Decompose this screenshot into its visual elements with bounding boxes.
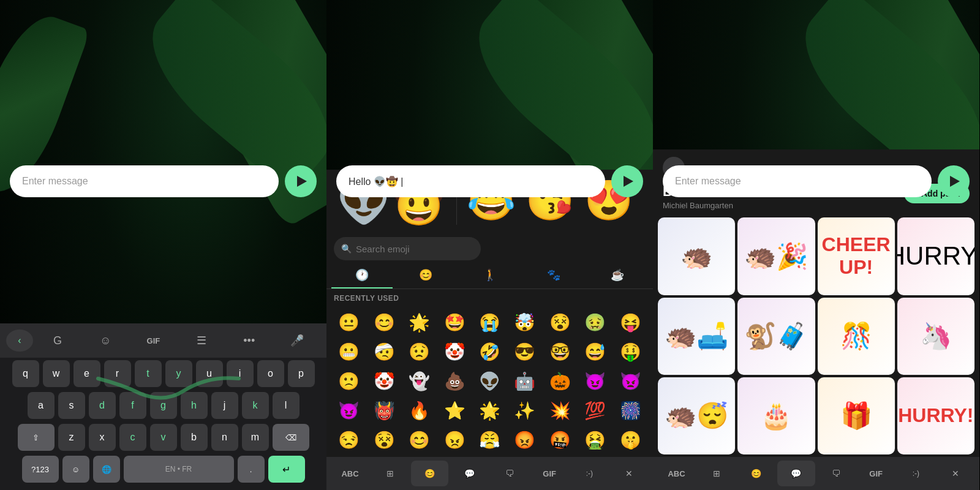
emoji-cell[interactable]: 🤓 — [543, 337, 578, 366]
key-b[interactable]: b — [181, 424, 208, 451]
key-e[interactable]: e — [74, 360, 100, 387]
ebb-emoji[interactable]: 😊 — [411, 461, 448, 486]
sbb-abc[interactable]: ABC — [658, 461, 695, 486]
key-enter[interactable]: ↵ — [268, 456, 305, 483]
gif-toolbar-button[interactable]: GIF — [130, 328, 176, 353]
emoji-cell[interactable]: 💩 — [437, 366, 472, 396]
emoji-cell[interactable]: 😟 — [402, 337, 437, 366]
key-q[interactable]: q — [12, 360, 39, 387]
emoji-cell[interactable]: 😡 — [507, 425, 542, 454]
key-f[interactable]: f — [119, 392, 146, 419]
key-dot[interactable]: . — [238, 456, 265, 483]
emoji-cell[interactable]: 😅 — [578, 337, 612, 366]
key-d[interactable]: d — [89, 392, 116, 419]
sticker-cell[interactable]: 🎁 — [818, 377, 895, 454]
sbb-sticker[interactable]: 💬 — [777, 461, 815, 486]
key-s[interactable]: s — [58, 392, 85, 419]
key-j[interactable]: j — [211, 392, 238, 419]
sticker-cell[interactable]: CHEER UP! — [818, 217, 895, 295]
sticker-cell[interactable]: HURRY! — [897, 377, 974, 454]
mic-button[interactable]: 🎤 — [274, 328, 320, 353]
emoji-cell[interactable]: 🤣 — [472, 337, 507, 366]
sbb-grid[interactable]: ⊞ — [698, 461, 735, 486]
sbb-text[interactable]: :-) — [897, 461, 935, 486]
emoji-cell[interactable]: 😊 — [366, 307, 401, 337]
emoji-toolbar-button[interactable]: ☺ — [82, 328, 129, 353]
emoji-cell[interactable]: 👻 — [402, 366, 437, 396]
key-c[interactable]: c — [119, 424, 146, 451]
ebb-sticker[interactable]: 💬 — [451, 461, 488, 486]
emoji-cell[interactable]: ⭐ — [437, 396, 472, 425]
sticker-cell[interactable]: 🦔🛋️ — [658, 298, 735, 375]
key-shift[interactable]: ⇧ — [18, 424, 55, 451]
emoji-cell[interactable]: 💯 — [578, 396, 612, 425]
emoji-cell[interactable]: 🎆 — [613, 396, 648, 425]
emoji-cell[interactable]: 🤡 — [366, 366, 401, 396]
ebb-kaomoji[interactable]: 🗨 — [491, 461, 529, 486]
key-t[interactable]: t — [135, 360, 162, 387]
key-l[interactable]: l — [273, 392, 300, 419]
sticker-cell[interactable]: 🦔 — [658, 217, 735, 295]
key-m[interactable]: m — [242, 424, 269, 451]
ebb-close[interactable]: ✕ — [611, 461, 648, 486]
emoji-cell[interactable]: 🤩 — [437, 307, 472, 337]
emoji-cell[interactable]: 🤑 — [613, 337, 648, 366]
emoji-cell[interactable]: ✨ — [507, 396, 542, 425]
key-u[interactable]: u — [196, 360, 223, 387]
sbb-kaomoji[interactable]: 🗨 — [818, 461, 855, 486]
more-button[interactable]: ••• — [226, 328, 273, 353]
sticker-cell[interactable]: 🦔🎉 — [737, 217, 815, 295]
key-o[interactable]: o — [257, 360, 284, 387]
emoji-cell[interactable]: 😊 — [402, 425, 437, 454]
sticker-cell[interactable]: HURRY! — [897, 217, 974, 295]
ebb-text[interactable]: :-) — [571, 461, 608, 486]
key-p[interactable]: p — [288, 360, 315, 387]
emoji-cell[interactable]: 😈 — [578, 366, 612, 396]
emoji-cell[interactable]: 😭 — [472, 307, 507, 337]
sticker-cell[interactable]: 🎂 — [737, 377, 815, 454]
key-z[interactable]: z — [58, 424, 85, 451]
emoji-cell[interactable]: 💥 — [543, 396, 578, 425]
emoji-cell[interactable]: 🎃 — [543, 366, 578, 396]
emoji-search-input[interactable] — [334, 237, 481, 260]
cat-food[interactable]: ☕ — [587, 264, 648, 288]
key-g[interactable]: g — [150, 392, 177, 419]
emoji-cell[interactable]: 🤬 — [543, 425, 578, 454]
key-backspace[interactable]: ⌫ — [273, 424, 309, 451]
sbb-gif[interactable]: GIF — [858, 461, 895, 486]
key-v[interactable]: v — [150, 424, 177, 451]
sbb-emoji[interactable]: 😊 — [737, 461, 775, 486]
sticker-cell[interactable]: 🎊 — [818, 298, 895, 375]
key-num[interactable]: ?123 — [22, 456, 59, 483]
key-y[interactable]: y — [165, 360, 192, 387]
emoji-cell[interactable]: 👿 — [613, 366, 648, 396]
back-button[interactable]: ‹ — [6, 330, 33, 352]
message-input-3[interactable] — [663, 165, 932, 197]
emoji-cell[interactable]: 😵 — [543, 307, 578, 337]
emoji-cell[interactable]: 😒 — [331, 425, 366, 454]
sticker-cell[interactable]: 🦄 — [897, 298, 974, 375]
cat-recent[interactable]: 🕐 — [331, 264, 393, 288]
sbb-close[interactable]: ✕ — [937, 461, 974, 486]
key-r[interactable]: r — [104, 360, 131, 387]
cat-people[interactable]: 🚶 — [459, 264, 520, 288]
key-space[interactable]: EN • FR — [124, 456, 234, 483]
key-n[interactable]: n — [211, 424, 238, 451]
emoji-cell[interactable]: 😐 — [331, 307, 366, 337]
key-globe[interactable]: 🌐 — [93, 456, 120, 483]
message-input-1[interactable] — [10, 165, 279, 197]
emoji-cell[interactable]: 😝 — [613, 307, 648, 337]
key-smile[interactable]: ☺ — [62, 456, 89, 483]
emoji-cell[interactable]: 🤫 — [613, 425, 648, 454]
emoji-cell[interactable]: 🤯 — [507, 307, 542, 337]
emoji-cell[interactable]: 🤡 — [437, 337, 472, 366]
ebb-abc[interactable]: ABC — [331, 461, 369, 486]
ebb-grid[interactable]: ⊞ — [371, 461, 409, 486]
key-k[interactable]: k — [242, 392, 269, 419]
emoji-cell[interactable]: 🤮 — [578, 425, 612, 454]
emoji-cell[interactable]: 😈 — [331, 396, 366, 425]
emoji-cell[interactable]: 😬 — [331, 337, 366, 366]
key-i[interactable]: i — [227, 360, 254, 387]
cat-animals[interactable]: 🐾 — [523, 264, 584, 288]
clipboard-button[interactable]: ☰ — [178, 328, 225, 353]
